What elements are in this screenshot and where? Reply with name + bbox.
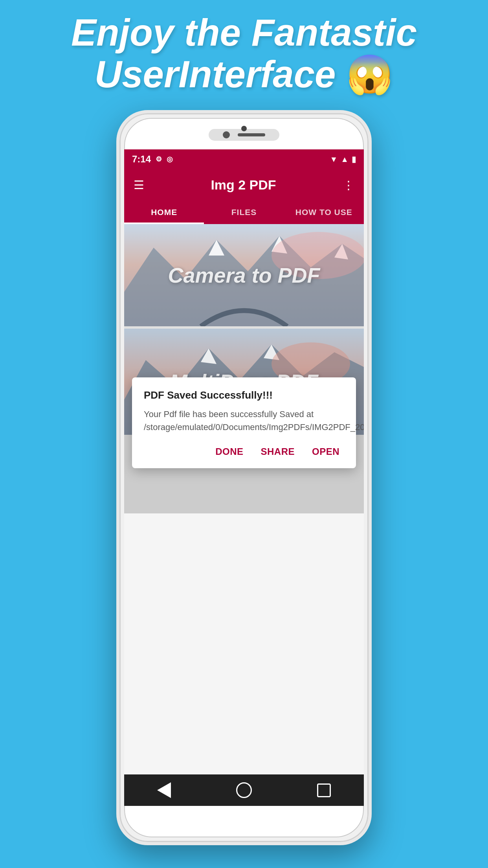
menu-icon[interactable]: ☰ — [134, 178, 144, 192]
hero-title: Enjoy the Fantastic UserInterface 😱 — [16, 12, 472, 95]
app-title: Img 2 PDF — [211, 177, 276, 193]
done-button[interactable]: DONE — [211, 443, 248, 460]
dialog-body: Your Pdf file has been successfully Save… — [144, 408, 344, 434]
tab-bar: HOME FILES HOW TO USE — [124, 200, 364, 224]
signal-icon: ▲ — [341, 155, 349, 164]
recent-icon — [317, 783, 331, 797]
hero-title-line2: UserInterface — [95, 53, 336, 95]
phone-inner: 7:14 ⚙ ◎ ▼ ▲ ▮ ☰ Img 2 PDF ⋮ HOME — [124, 118, 364, 837]
success-dialog: PDF Saved Successfully!!! Your Pdf file … — [132, 377, 356, 468]
status-left: 7:14 ⚙ ◎ — [132, 154, 173, 165]
camera-to-pdf-label: Camera to PDF — [124, 224, 364, 326]
hero-emoji: 😱 — [346, 53, 393, 95]
status-bar: 7:14 ⚙ ◎ ▼ ▲ ▮ — [124, 149, 364, 169]
tab-files[interactable]: FILES — [204, 200, 284, 224]
back-icon — [157, 782, 171, 798]
dnd-icon: ◎ — [167, 155, 173, 164]
wifi-icon: ▼ — [330, 155, 338, 164]
status-right: ▼ ▲ ▮ — [330, 154, 356, 164]
share-button[interactable]: SHARE — [256, 443, 299, 460]
tab-home[interactable]: HOME — [124, 200, 204, 224]
phone-frame: 7:14 ⚙ ◎ ▼ ▲ ▮ ☰ Img 2 PDF ⋮ HOME — [116, 110, 372, 845]
home-icon — [236, 782, 252, 798]
camera-speaker — [238, 133, 265, 136]
home-button[interactable] — [234, 780, 254, 800]
app-bar: ☰ Img 2 PDF ⋮ — [124, 169, 364, 200]
recent-button[interactable] — [314, 780, 334, 800]
screen: 7:14 ⚙ ◎ ▼ ▲ ▮ ☰ Img 2 PDF ⋮ HOME — [124, 149, 364, 806]
content-area: Camera to PDF — [124, 224, 364, 513]
battery-icon: ▮ — [352, 154, 356, 164]
camera-to-pdf-card[interactable]: Camera to PDF — [124, 224, 364, 326]
dialog-actions: DONE SHARE OPEN — [144, 443, 344, 460]
front-camera — [241, 126, 247, 131]
bottom-nav — [124, 774, 364, 806]
more-icon[interactable]: ⋮ — [343, 178, 354, 192]
hero-title-line1: Enjoy the Fantastic — [71, 11, 417, 53]
status-time: 7:14 — [132, 154, 151, 165]
back-button[interactable] — [154, 780, 174, 800]
tab-how-to-use[interactable]: HOW TO USE — [284, 200, 364, 224]
open-button[interactable]: OPEN — [307, 443, 344, 460]
dialog-title: PDF Saved Successfully!!! — [144, 389, 344, 401]
settings-icon: ⚙ — [156, 155, 162, 164]
camera-dot — [223, 131, 230, 138]
